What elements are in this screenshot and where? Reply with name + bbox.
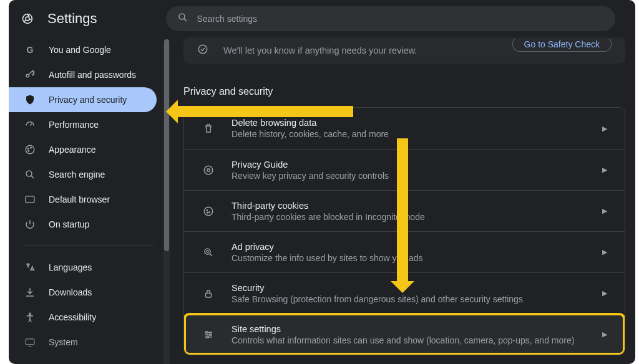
row-privacy-guide[interactable]: Privacy Guide Review key privacy and sec… (184, 149, 625, 190)
sidebar-item-label: Default browser (49, 194, 110, 204)
svg-line-11 (31, 176, 34, 178)
chevron-right-icon: ▶ (602, 207, 607, 215)
header: Settings (9, 0, 635, 37)
svg-point-2 (179, 14, 185, 19)
privacy-card: Delete browsing data Delete history, coo… (183, 107, 625, 355)
svg-point-6 (26, 145, 34, 154)
svg-point-4 (26, 74, 29, 77)
svg-line-3 (183, 19, 186, 21)
safety-check-banner: We'll let you know if anything needs you… (183, 37, 625, 64)
svg-point-7 (27, 148, 29, 150)
svg-point-30 (210, 333, 212, 335)
row-site-settings[interactable]: Site settings Controls what information … (184, 314, 625, 355)
svg-point-19 (207, 209, 208, 211)
svg-line-23 (210, 253, 212, 256)
sidebar-item-label: Search engine (49, 170, 105, 180)
search-icon (177, 12, 188, 26)
browser-icon (24, 194, 36, 205)
row-title: Ad privacy (232, 242, 423, 252)
sidebar-item-system[interactable]: System (9, 330, 157, 355)
svg-point-31 (207, 336, 208, 338)
sidebar-item-accessibility[interactable]: Accessibility (9, 305, 157, 330)
row-subtitle: Safe Browsing (protection from dangerous… (232, 294, 523, 304)
sidebar-item-privacy[interactable]: Privacy and security (9, 87, 157, 112)
sidebar-item-appearance[interactable]: Appearance (9, 137, 157, 162)
svg-point-22 (205, 249, 210, 254)
svg-rect-14 (26, 339, 34, 345)
row-title: Delete browsing data (232, 118, 389, 128)
scrollbar[interactable] (163, 39, 170, 364)
row-title: Security (232, 283, 523, 293)
svg-point-21 (207, 212, 208, 213)
sidebar-item-label: Autofill and passwords (49, 70, 136, 80)
sidebar-item-search-engine[interactable]: Search engine (9, 162, 157, 187)
svg-point-16 (204, 166, 213, 175)
chevron-right-icon: ▶ (602, 330, 607, 338)
verified-icon (197, 44, 208, 57)
tune-icon (202, 329, 215, 340)
chevron-right-icon: ▶ (602, 248, 607, 256)
sidebar-item-label: Downloads (49, 287, 92, 297)
guide-icon (202, 165, 215, 176)
svg-point-8 (31, 147, 32, 148)
svg-point-9 (28, 151, 29, 152)
trash-icon (202, 123, 215, 134)
sidebar-item-you-and-google[interactable]: G You and Google (9, 37, 157, 62)
power-icon (24, 219, 36, 230)
sidebar-item-on-startup[interactable]: On startup (9, 212, 157, 237)
sidebar-item-languages[interactable]: Languages (9, 255, 157, 280)
search-input[interactable] (197, 14, 604, 24)
sidebar-item-downloads[interactable]: Downloads (9, 280, 157, 305)
svg-point-15 (198, 45, 207, 54)
sidebar-item-performance[interactable]: Performance (9, 112, 157, 137)
page-title: Settings (47, 11, 97, 27)
row-subtitle: Controls what information sites can use … (232, 335, 574, 345)
row-title: Site settings (232, 324, 574, 334)
download-icon (24, 287, 36, 298)
svg-point-24 (207, 251, 208, 252)
settings-window: Settings G You and Google Autofill and p… (9, 0, 635, 364)
safety-check-button[interactable]: Go to Safety Check (512, 37, 612, 52)
chevron-right-icon: ▶ (602, 125, 607, 133)
sidebar-item-default-browser[interactable]: Default browser (9, 187, 157, 212)
sidebar-item-label: Accessibility (49, 312, 96, 322)
row-delete-browsing-data[interactable]: Delete browsing data Delete history, coo… (184, 108, 625, 149)
svg-point-10 (26, 171, 32, 176)
svg-point-17 (207, 168, 210, 171)
row-ad-privacy[interactable]: Ad privacy Customize the info used by si… (184, 231, 625, 272)
sidebar-item-label: Appearance (49, 145, 96, 155)
row-subtitle: Review key privacy and security controls (232, 171, 389, 181)
svg-point-18 (204, 207, 213, 216)
system-icon (24, 337, 36, 348)
content-scroller: We'll let you know if anything needs you… (162, 37, 635, 364)
row-third-party-cookies[interactable]: Third-party cookies Third-party cookies … (184, 190, 625, 231)
accessibility-icon (24, 312, 36, 323)
row-title: Privacy Guide (232, 160, 389, 170)
svg-rect-25 (206, 293, 212, 297)
sidebar-item-label: Privacy and security (49, 95, 127, 105)
svg-rect-12 (26, 196, 34, 203)
chrome-logo-icon (19, 10, 36, 27)
search-box[interactable] (166, 6, 615, 31)
scrollbar-thumb[interactable] (164, 39, 169, 251)
row-title: Third-party cookies (232, 201, 425, 211)
svg-point-20 (209, 211, 210, 213)
row-subtitle: Delete history, cookies, cache, and more (232, 129, 389, 139)
speed-icon (24, 119, 36, 130)
key-icon (24, 69, 36, 80)
sidebar-item-autofill[interactable]: Autofill and passwords (9, 62, 157, 87)
svg-point-13 (29, 313, 31, 315)
section-title: Privacy and security (183, 86, 625, 97)
row-subtitle: Third-party cookies are blocked in Incog… (232, 212, 425, 222)
palette-icon (24, 144, 36, 155)
chevron-right-icon: ▶ (602, 166, 607, 174)
sidebar-separator (24, 246, 154, 246)
ads-icon (202, 247, 215, 258)
sidebar-item-label: Performance (49, 120, 99, 130)
sidebar-item-label: Languages (49, 262, 92, 272)
row-security[interactable]: Security Safe Browsing (protection from … (184, 272, 625, 314)
sidebar-item-label: You and Google (49, 45, 111, 55)
cookie-icon (202, 206, 215, 217)
svg-point-29 (206, 331, 208, 333)
lock-icon (202, 288, 215, 299)
